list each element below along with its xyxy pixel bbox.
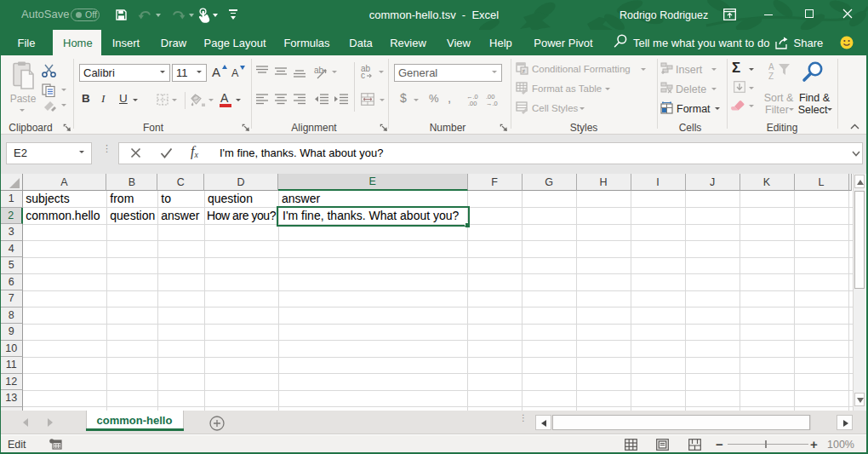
svg-text:.00: .00 bbox=[468, 100, 477, 106]
svg-text:≠: ≠ bbox=[523, 68, 526, 74]
svg-text:→.0: →.0 bbox=[486, 100, 498, 106]
svg-text:Z: Z bbox=[768, 72, 774, 81]
svg-text:A: A bbox=[768, 62, 774, 72]
svg-text:c: c bbox=[361, 71, 365, 79]
